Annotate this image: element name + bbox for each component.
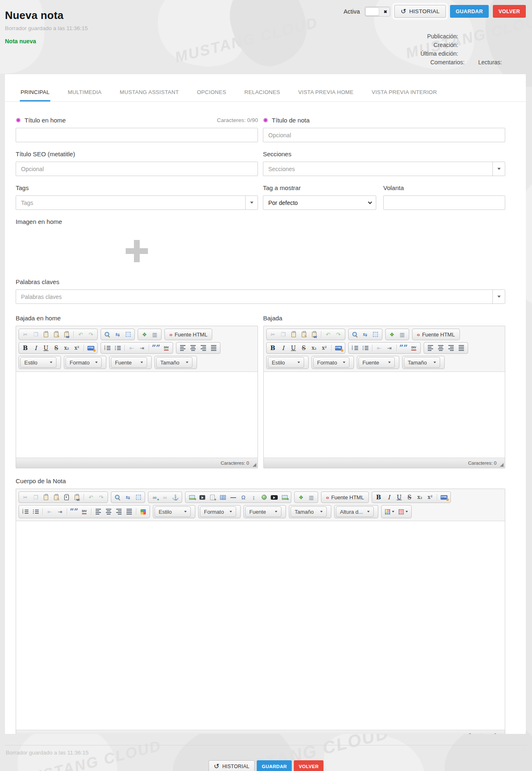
- bullet-list-button[interactable]: [112, 343, 123, 353]
- replace-button[interactable]: ⇆: [123, 493, 133, 502]
- formato-combo[interactable]: Formato: [200, 506, 236, 517]
- outdent-button[interactable]: ⇤: [374, 343, 384, 353]
- italic-button[interactable]: I: [278, 343, 288, 353]
- show-blocks-button[interactable]: ▥: [397, 330, 408, 339]
- imagen-home-upload[interactable]: [16, 229, 258, 273]
- paste-word-button[interactable]: [61, 330, 72, 339]
- table-button[interactable]: [218, 493, 228, 502]
- formato-combo[interactable]: Formato: [66, 357, 102, 368]
- outdent-button[interactable]: ⇤: [45, 507, 55, 516]
- blockquote-button[interactable]: ””: [69, 507, 79, 516]
- align-center-button[interactable]: [188, 343, 198, 353]
- align-justify-button[interactable]: [456, 343, 466, 353]
- tab-mustang-assistant[interactable]: MUSTANG ASSISTANT: [119, 89, 180, 101]
- blockquote-button[interactable]: ””: [398, 343, 409, 353]
- tab-vista-previa-home[interactable]: VISTA PREVIA HOME: [298, 89, 354, 101]
- bajada-home-content[interactable]: [16, 371, 258, 458]
- div-container-button[interactable]: DIV: [161, 343, 171, 353]
- select-all-button[interactable]: [370, 330, 381, 339]
- volver-button[interactable]: VOLVER: [493, 5, 526, 18]
- select-all-button[interactable]: [123, 330, 133, 339]
- maximize-button[interactable]: ❖: [139, 330, 150, 339]
- maps-button[interactable]: [138, 507, 148, 516]
- bajada-content[interactable]: [264, 371, 505, 458]
- estilo-combo[interactable]: Estilo: [20, 357, 56, 368]
- cut-button[interactable]: ✂: [20, 330, 30, 339]
- source-button[interactable]: ‹›Fuente HTML: [323, 493, 367, 502]
- horizontal-rule-button[interactable]: [228, 493, 238, 502]
- outdent-button[interactable]: ⇤: [127, 343, 137, 353]
- undo-button[interactable]: ↶: [86, 493, 96, 502]
- select-all-button[interactable]: [133, 493, 143, 502]
- paste-button[interactable]: [41, 493, 51, 502]
- superscript-button[interactable]: x²: [72, 343, 82, 353]
- paste-text-button[interactable]: [51, 330, 61, 339]
- bold-button[interactable]: B: [20, 343, 30, 353]
- underline-button[interactable]: U: [288, 343, 299, 353]
- copy-button[interactable]: ❐: [278, 330, 288, 339]
- tamano-combo[interactable]: Tamaño: [404, 357, 440, 368]
- italic-button[interactable]: I: [384, 493, 394, 502]
- align-center-button[interactable]: [103, 507, 114, 516]
- indent-button[interactable]: ⇥: [55, 507, 65, 516]
- undo-button[interactable]: ↶: [323, 330, 333, 339]
- paste-button[interactable]: [288, 330, 299, 339]
- redo-button[interactable]: ↷: [96, 493, 106, 502]
- cuerpo-content[interactable]: [16, 521, 505, 730]
- text-color-button[interactable]: [383, 507, 396, 516]
- bullet-list-button[interactable]: [360, 343, 370, 353]
- align-left-button[interactable]: [93, 507, 103, 516]
- bullet-list-button[interactable]: [30, 507, 41, 516]
- superscript-button[interactable]: x²: [319, 343, 330, 353]
- indent-button[interactable]: ⇥: [137, 343, 147, 353]
- estilo-combo[interactable]: Estilo: [155, 506, 191, 517]
- media-button[interactable]: [197, 493, 207, 502]
- guardar-button[interactable]: GUARDAR: [450, 5, 489, 18]
- copy-button[interactable]: ❐: [30, 330, 41, 339]
- volanta-input[interactable]: [383, 195, 505, 210]
- copy-button[interactable]: ❐: [30, 493, 41, 502]
- div-container-button[interactable]: DIV: [409, 343, 419, 353]
- source-button[interactable]: ‹›Fuente HTML: [166, 330, 211, 339]
- replace-button[interactable]: ⇆: [360, 330, 370, 339]
- image-button[interactable]: [187, 493, 197, 502]
- image-add-button[interactable]: [279, 493, 290, 502]
- maximize-button[interactable]: ❖: [296, 493, 306, 502]
- underline-button[interactable]: U: [41, 343, 51, 353]
- align-right-button[interactable]: [198, 343, 209, 353]
- tamano-combo[interactable]: Tamaño: [291, 506, 327, 517]
- unlink-button[interactable]: ∞: [160, 493, 170, 502]
- formato-combo[interactable]: Formato: [313, 357, 349, 368]
- num-list-button[interactable]: [102, 343, 112, 353]
- align-left-button[interactable]: [425, 343, 436, 353]
- paste-word-button[interactable]: [309, 330, 319, 339]
- subscript-button[interactable]: x₂: [61, 343, 72, 353]
- tab-multimedia[interactable]: MULTIMEDIA: [67, 89, 102, 101]
- align-left-button[interactable]: [178, 343, 188, 353]
- paste-special-button[interactable]: [61, 493, 72, 502]
- secciones-select[interactable]: Secciones: [263, 162, 505, 176]
- indent-button[interactable]: ⇥: [384, 343, 395, 353]
- guardar-button[interactable]: GUARDAR: [257, 760, 292, 771]
- subscript-button[interactable]: x₂: [309, 343, 319, 353]
- palabras-claves-select[interactable]: Palabras claves: [16, 289, 505, 304]
- link-button[interactable]: ∞: [150, 493, 160, 502]
- italic-button[interactable]: I: [30, 343, 41, 353]
- html-embed-button[interactable]: HTML: [439, 493, 449, 502]
- tab-principal[interactable]: PRINCIPAL: [20, 89, 50, 101]
- altura-combo[interactable]: Altura d...: [336, 506, 374, 517]
- titulo-home-input[interactable]: [16, 128, 258, 142]
- num-list-button[interactable]: [20, 507, 30, 516]
- subscript-button[interactable]: x₂: [415, 493, 425, 502]
- underline-button[interactable]: U: [394, 493, 404, 502]
- tamano-combo[interactable]: Tamaño: [156, 357, 192, 368]
- fuente-combo[interactable]: Fuente: [111, 357, 147, 368]
- fuente-combo[interactable]: Fuente: [245, 506, 281, 517]
- undo-button[interactable]: ↶: [75, 330, 86, 339]
- anchor-button[interactable]: ⚓: [170, 493, 180, 502]
- strike-button[interactable]: S: [404, 493, 415, 502]
- blockquote-button[interactable]: ””: [151, 343, 161, 353]
- align-justify-button[interactable]: [124, 507, 134, 516]
- show-blocks-button[interactable]: ▥: [306, 493, 316, 502]
- cut-button[interactable]: ✂: [20, 493, 30, 502]
